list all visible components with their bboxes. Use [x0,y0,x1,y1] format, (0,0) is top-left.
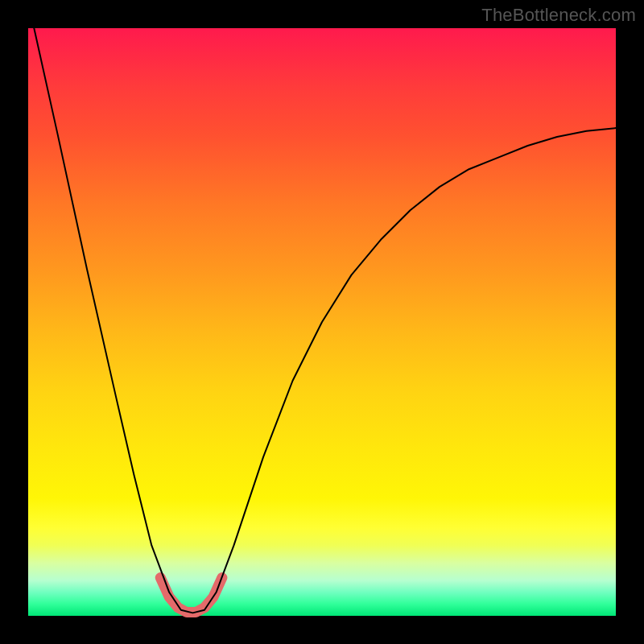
optimal-range-highlight [160,578,222,613]
plot-area [28,28,616,616]
chart-svg [28,28,616,616]
bottleneck-curve [34,28,616,613]
watermark-text: TheBottleneck.com [481,5,636,26]
chart-frame: TheBottleneck.com [0,0,644,644]
